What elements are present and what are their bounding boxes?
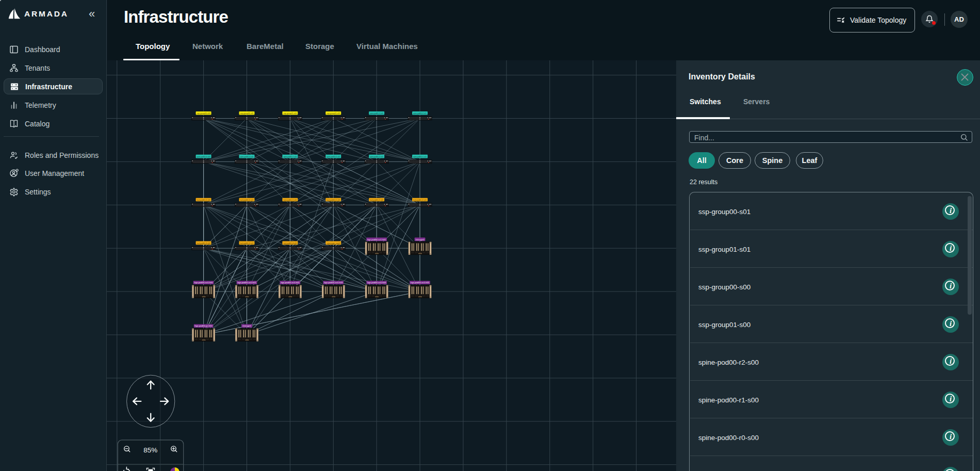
svg-text:hgx-pod00-sc0-h04: hgx-pod00-sc0-h04 — [367, 281, 386, 284]
svg-text:hgx-pod00-sc0-h00: hgx-pod00-sc0-h00 — [194, 281, 214, 284]
svg-text:hgx-pod00-sc0-h03: hgx-pod00-sc0-h03 — [324, 281, 343, 284]
svg-text:spine-pod00-r0-s00: spine-pod00-r0-s00 — [197, 155, 211, 158]
svg-text:storage1: storage1 — [242, 324, 252, 327]
svg-text:hgx-pod00-pr-h00: hgx-pod00-pr-h00 — [195, 324, 213, 327]
svg-text:spine-pod00-r1-s01: spine-pod00-r1-s01 — [326, 155, 340, 158]
svg-text:leaf-pod00-r3-s00: leaf-pod00-r3-s00 — [197, 242, 211, 245]
svg-text:spine-pod00-r2-s02: spine-pod00-r2-s02 — [370, 155, 384, 158]
svg-text:ssp-group00-s01: ssp-group00-s01 — [240, 112, 254, 115]
svg-text:hgx-pod00-sc0-h01: hgx-pod00-sc0-h01 — [238, 281, 257, 284]
svg-text:ssp-group00-s00: ssp-group00-s00 — [197, 112, 211, 115]
svg-text:hgx-pod00-sc0-h02: hgx-pod00-sc0-h02 — [281, 281, 300, 284]
svg-text:leaf-pod00-r0-s01: leaf-pod00-r0-s01 — [240, 199, 254, 201]
svg-text:spine-pod00-r2-s00: spine-pod00-r2-s00 — [370, 112, 384, 115]
svg-text:spine-pod00-r2-s01: spine-pod00-r2-s01 — [413, 112, 427, 115]
svg-text:leaf-pod00-r4-s00: leaf-pod00-r4-s00 — [283, 242, 297, 245]
svg-text:hgx-pod00-sc0-h05: hgx-pod00-sc0-h05 — [411, 281, 430, 284]
svg-text:leaf-pod00-r1-s00: leaf-pod00-r1-s00 — [283, 199, 297, 201]
svg-text:leaf-pod00-r1-s01: leaf-pod00-r1-s01 — [326, 199, 340, 201]
svg-text:storage0: storage0 — [416, 238, 425, 241]
svg-text:spine-pod00-r1-s00: spine-pod00-r1-s00 — [283, 155, 297, 158]
svg-text:spine-pod00-r0-s01: spine-pod00-r0-s01 — [240, 155, 254, 158]
svg-text:hgx-pod00-sc1-h01: hgx-pod00-sc1-h01 — [367, 238, 386, 241]
svg-text:leaf-pod00-r2-s00: leaf-pod00-r2-s00 — [370, 199, 384, 201]
svg-text:leaf-pod00-r0-s00: leaf-pod00-r0-s00 — [197, 199, 211, 201]
svg-text:ssp-group01-s00: ssp-group01-s00 — [283, 112, 297, 115]
svg-text:spine-pod00-r1-s02: spine-pod00-r1-s02 — [413, 155, 427, 158]
svg-text:85%: 85% — [143, 446, 157, 454]
svg-text:ssp-group01-s01: ssp-group01-s01 — [326, 112, 340, 115]
svg-text:leaf-pod00-r3-s01: leaf-pod00-r3-s01 — [240, 242, 254, 245]
svg-text:leaf-pod00-r2-s01: leaf-pod00-r2-s01 — [413, 199, 427, 201]
svg-text:storage-sw0: storage-sw0 — [326, 242, 340, 245]
